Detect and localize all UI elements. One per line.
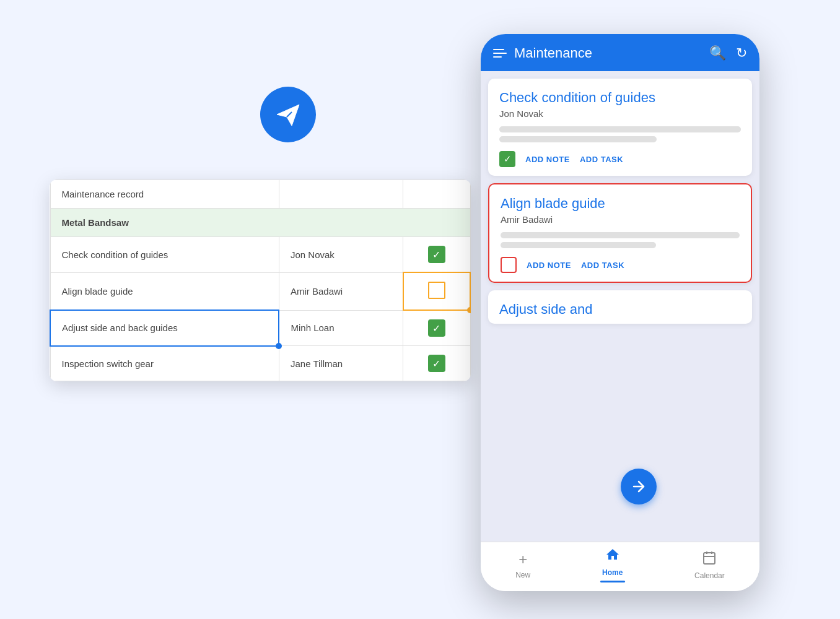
card-title-3: Adjust side and bbox=[499, 301, 741, 318]
maintenance-record-col2 bbox=[279, 180, 403, 209]
card-checkbox-green[interactable]: ✓ bbox=[499, 151, 515, 167]
table-row[interactable]: Align blade guide Amir Badawi bbox=[50, 272, 470, 310]
card-lines-2 bbox=[501, 232, 740, 248]
nav-active-indicator bbox=[600, 581, 625, 582]
line-1 bbox=[501, 232, 740, 238]
assignee-cell: Jon Novak bbox=[279, 237, 403, 273]
maintenance-record-row: Maintenance record bbox=[50, 180, 470, 209]
nav-item-home[interactable]: Home bbox=[588, 542, 637, 587]
search-icon[interactable]: 🔍 bbox=[709, 45, 726, 61]
task-name-cell: Align blade guide bbox=[50, 272, 279, 310]
card-title-1: Check condition of guides bbox=[499, 90, 741, 106]
checkbox-cell[interactable]: ✓ bbox=[403, 346, 471, 381]
nav-new-label: New bbox=[515, 571, 530, 579]
calendar-icon bbox=[702, 550, 717, 569]
nav-calendar-label: Calendar bbox=[694, 571, 725, 580]
task-name-cell: Check condition of guides bbox=[50, 237, 279, 273]
phone-content: Check condition of guides Jon Novak ✓ AD… bbox=[481, 71, 759, 542]
paper-plane-icon bbox=[260, 87, 316, 142]
app-title: Maintenance bbox=[514, 45, 702, 61]
spreadsheet-panel: Maintenance record Metal Bandsaw Check c… bbox=[50, 180, 471, 381]
home-icon bbox=[605, 547, 620, 566]
checkbox-cell[interactable]: ✓ bbox=[403, 310, 471, 346]
add-note-button-2[interactable]: ADD NOTE bbox=[527, 261, 571, 270]
assignee-cell: Amir Badawi bbox=[279, 272, 403, 310]
maintenance-record-label: Maintenance record bbox=[50, 180, 279, 209]
fab-button[interactable] bbox=[621, 469, 657, 504]
card-checkbox-red[interactable] bbox=[501, 257, 517, 273]
task-name-cell-selected: Adjust side and back guides bbox=[50, 310, 279, 346]
nav-home-label: Home bbox=[602, 568, 623, 577]
empty-checkbox[interactable] bbox=[428, 282, 445, 299]
checkbox-cell[interactable]: ✓ bbox=[403, 237, 471, 273]
table-row[interactable]: Inspection switch gear Jane Tillman ✓ bbox=[50, 346, 470, 381]
add-note-button-1[interactable]: ADD NOTE bbox=[525, 155, 570, 164]
nav-item-calendar[interactable]: Calendar bbox=[682, 545, 737, 585]
maintenance-record-col3 bbox=[403, 180, 471, 209]
nav-item-new[interactable]: + New bbox=[503, 546, 543, 584]
phone-mockup: Maintenance 🔍 ↻ Check condition of guide… bbox=[481, 34, 759, 591]
top-icons: 🔍 ↻ bbox=[709, 45, 747, 61]
card-actions-1: ✓ ADD NOTE ADD TASK bbox=[499, 151, 741, 167]
hamburger-icon[interactable] bbox=[493, 49, 507, 58]
bottom-nav: + New Home Calendar bbox=[481, 542, 759, 591]
plus-icon: + bbox=[518, 551, 527, 568]
card-actions-2: ADD NOTE ADD TASK bbox=[501, 257, 740, 273]
task-name-cell: Inspection switch gear bbox=[50, 346, 279, 381]
line-2 bbox=[501, 242, 656, 248]
table-row[interactable]: Check condition of guides Jon Novak ✓ bbox=[50, 237, 470, 273]
assignee-cell: Minh Loan bbox=[279, 310, 403, 346]
task-card-1[interactable]: Check condition of guides Jon Novak ✓ AD… bbox=[488, 79, 752, 176]
table-row[interactable]: Adjust side and back guides Minh Loan ✓ bbox=[50, 310, 470, 346]
card-person-1: Jon Novak bbox=[499, 108, 741, 119]
app-top-bar: Maintenance 🔍 ↻ bbox=[481, 34, 759, 71]
add-task-button-2[interactable]: ADD TASK bbox=[581, 261, 624, 270]
line-1 bbox=[499, 126, 741, 132]
checked-checkbox[interactable]: ✓ bbox=[428, 246, 445, 263]
checkbox-cell-highlighted[interactable] bbox=[403, 272, 471, 310]
task-card-2[interactable]: Align blade guide Amir Badawi ADD NOTE A… bbox=[488, 183, 752, 283]
card-title-2: Align blade guide bbox=[501, 196, 740, 212]
refresh-icon[interactable]: ↻ bbox=[736, 45, 747, 61]
section-header-row: Metal Bandsaw bbox=[50, 209, 470, 237]
checked-checkbox[interactable]: ✓ bbox=[428, 355, 445, 372]
checked-checkbox[interactable]: ✓ bbox=[428, 319, 445, 337]
line-2 bbox=[499, 136, 657, 142]
card-person-2: Amir Badawi bbox=[501, 214, 740, 225]
task-card-3-partial[interactable]: Adjust side and bbox=[488, 290, 752, 324]
add-task-button-1[interactable]: ADD TASK bbox=[580, 155, 623, 164]
svg-rect-0 bbox=[704, 553, 715, 564]
section-header-label: Metal Bandsaw bbox=[50, 209, 470, 237]
assignee-cell: Jane Tillman bbox=[279, 346, 403, 381]
card-lines-1 bbox=[499, 126, 741, 142]
